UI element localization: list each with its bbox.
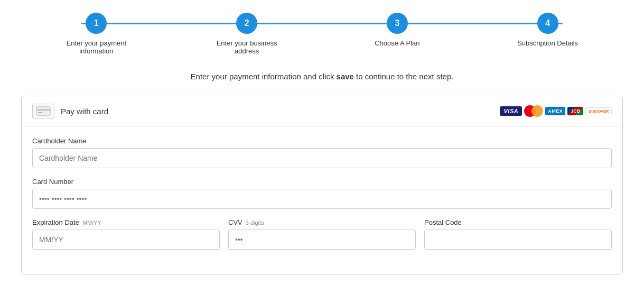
- svg-rect-1: [36, 109, 50, 111]
- cvv-group: CVV 3 digits: [228, 218, 416, 250]
- card-icon: [32, 104, 54, 118]
- cvv-label-sub: 3 digits: [246, 219, 264, 226]
- step-4: 4 Subscription Details: [472, 13, 623, 47]
- card-brands: VISA AMEX JCB DISCOVER: [500, 105, 612, 117]
- step-2-circle: 2: [236, 13, 257, 34]
- panel-body: Cardholder Name Card Number Expiration D…: [22, 126, 622, 274]
- postal-code-group: Postal Code: [424, 218, 612, 250]
- mastercard-brand: [524, 105, 543, 117]
- amex-brand: AMEX: [545, 107, 565, 115]
- card-number-group: Card Number: [32, 178, 612, 209]
- cardholder-name-group: Cardholder Name: [32, 137, 612, 168]
- step-4-circle: 4: [537, 13, 558, 34]
- step-3-circle: 3: [387, 13, 408, 34]
- jcb-brand: JCB: [567, 107, 583, 115]
- expiration-input[interactable]: [32, 230, 220, 250]
- pay-with-card-label: Pay with card: [61, 107, 108, 116]
- panel-header-left: Pay with card: [32, 104, 108, 118]
- step-1-label: Enter your payment information: [54, 39, 138, 55]
- expiration-label-sub: MM/YY: [82, 219, 101, 226]
- instruction-after: to continue to the next step.: [354, 72, 453, 81]
- visa-brand: VISA: [500, 106, 522, 116]
- step-3-label: Choose A Plan: [375, 39, 419, 47]
- payment-panel: Pay with card VISA AMEX JCB DISCOVER Car…: [21, 96, 623, 274]
- cvv-label: CVV 3 digits: [228, 218, 416, 226]
- step-4-label: Subscription Details: [517, 39, 578, 47]
- postal-code-input[interactable]: [424, 230, 612, 250]
- card-number-input[interactable]: [32, 189, 612, 209]
- expiration-label: Expiration Date MM/YY: [32, 218, 220, 226]
- cvv-input[interactable]: [228, 230, 416, 250]
- cardholder-name-label: Cardholder Name: [32, 137, 612, 145]
- step-3: 3 Choose A Plan: [322, 13, 473, 47]
- step-1-circle: 1: [86, 13, 107, 34]
- step-2: 2 Enter your business address: [172, 13, 322, 55]
- postal-code-label: Postal Code: [424, 218, 612, 226]
- card-number-label: Card Number: [32, 178, 612, 186]
- bottom-fields: Expiration Date MM/YY CVV 3 digits Posta…: [32, 218, 612, 259]
- step-2-label: Enter your business address: [204, 39, 289, 55]
- discover-brand: DISCOVER: [585, 107, 612, 115]
- instruction-bold: save: [337, 72, 354, 81]
- cardholder-name-input[interactable]: [32, 148, 612, 168]
- panel-header: Pay with card VISA AMEX JCB DISCOVER: [22, 96, 622, 126]
- svg-rect-2: [38, 112, 42, 113]
- step-1: 1 Enter your payment information: [21, 13, 172, 55]
- expiration-group: Expiration Date MM/YY: [32, 218, 220, 250]
- instruction-before: Enter your payment information and click: [191, 72, 337, 81]
- stepper: 1 Enter your payment information 2 Enter…: [21, 13, 623, 55]
- instruction-text: Enter your payment information and click…: [21, 72, 623, 81]
